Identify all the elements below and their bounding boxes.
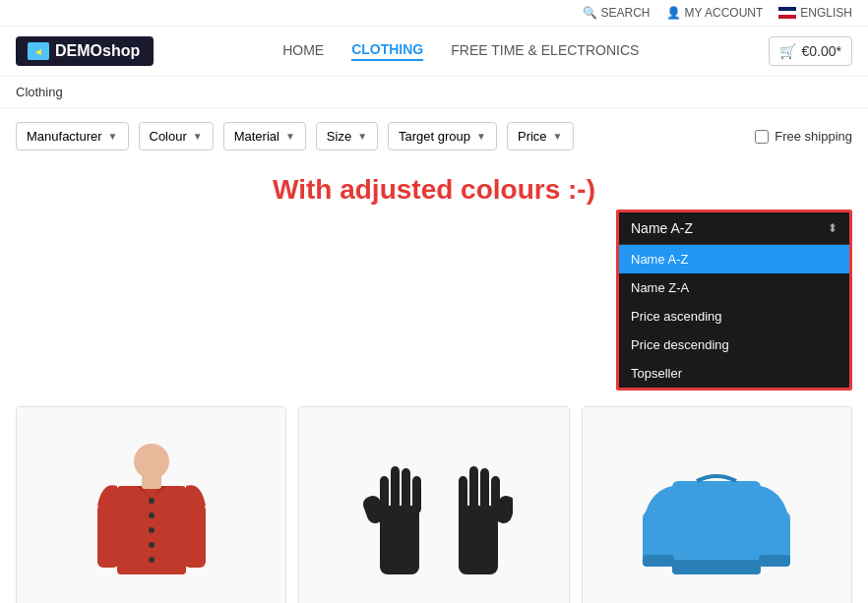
logo[interactable]: DEMOshop bbox=[16, 36, 154, 66]
account-icon: 👤 bbox=[666, 6, 681, 20]
filter-material-label: Material bbox=[234, 129, 279, 144]
svg-point-5 bbox=[149, 557, 155, 563]
search-label: SEARCH bbox=[601, 6, 651, 20]
filter-material[interactable]: Material ▼ bbox=[223, 122, 306, 151]
language-selector[interactable]: ENGLISH bbox=[778, 6, 852, 20]
filter-price[interactable]: Price ▼ bbox=[507, 122, 574, 151]
chevron-down-icon: ▼ bbox=[108, 131, 118, 142]
chevron-down-icon: ▼ bbox=[357, 131, 367, 142]
sort-option-name-za[interactable]: Name Z-A bbox=[619, 273, 849, 302]
filter-price-label: Price bbox=[518, 129, 547, 144]
breadcrumb-text: Clothing bbox=[16, 85, 63, 99]
cart-button[interactable]: 🛒 €0.00* bbox=[769, 36, 852, 66]
nav-home[interactable]: HOME bbox=[282, 42, 324, 60]
free-shipping-filter: Free shipping bbox=[755, 129, 852, 144]
sort-selected-label: Name A-Z bbox=[631, 220, 693, 236]
chevron-down-icon: ▼ bbox=[285, 131, 295, 142]
sort-chevron-icon: ⬍ bbox=[828, 221, 837, 235]
main-nav: HOME CLOTHING FREE TIME & ELECTRONICS bbox=[282, 41, 639, 61]
chevron-down-icon: ▼ bbox=[193, 131, 203, 142]
svg-rect-16 bbox=[459, 506, 498, 574]
product-sweatshirt-svg bbox=[638, 427, 795, 584]
product-card-2: Main product, free shipping with highlig… bbox=[298, 406, 569, 603]
product-image-3 bbox=[583, 407, 851, 603]
products-grid: Main product with properties Size: XL bbox=[0, 400, 868, 603]
filter-manufacturer[interactable]: Manufacturer ▼ bbox=[16, 122, 129, 151]
top-bar: 🔍 SEARCH 👤 MY ACCOUNT ENGLISH bbox=[0, 0, 868, 27]
sort-option-name-az[interactable]: Name A-Z bbox=[619, 245, 849, 273]
free-shipping-label: Free shipping bbox=[775, 129, 852, 144]
product-gloves-svg bbox=[355, 427, 513, 584]
filter-colour-label: Colour bbox=[150, 129, 187, 144]
header: DEMOshop HOME CLOTHING FREE TIME & ELECT… bbox=[0, 27, 868, 77]
cart-icon: 🛒 bbox=[779, 43, 796, 59]
product-jacket-svg bbox=[88, 427, 216, 584]
svg-rect-12 bbox=[391, 466, 400, 513]
sort-option-price-asc[interactable]: Price ascending bbox=[619, 302, 849, 331]
filter-colour[interactable]: Colour ▼ bbox=[139, 122, 214, 151]
svg-point-7 bbox=[134, 444, 169, 479]
language-label: ENGLISH bbox=[800, 6, 852, 20]
svg-rect-19 bbox=[480, 468, 489, 513]
product-card-3: Variant product Colour: Blue | Size: M bbox=[582, 406, 852, 603]
chevron-down-icon: ▼ bbox=[476, 131, 486, 142]
nav-clothing[interactable]: CLOTHING bbox=[351, 41, 423, 61]
account-link[interactable]: 👤 MY ACCOUNT bbox=[666, 6, 764, 20]
sort-option-price-desc[interactable]: Price descending bbox=[619, 331, 849, 359]
filter-target-group-label: Target group bbox=[399, 129, 470, 144]
svg-rect-27 bbox=[759, 555, 790, 567]
svg-point-3 bbox=[149, 527, 155, 533]
svg-rect-25 bbox=[672, 560, 761, 574]
filter-bar: Manufacturer ▼ Colour ▼ Material ▼ Size … bbox=[0, 108, 868, 164]
cart-price: €0.00* bbox=[802, 43, 841, 59]
svg-rect-26 bbox=[643, 555, 674, 567]
sort-option-topseller[interactable]: Topseller bbox=[619, 359, 849, 388]
filter-manufacturer-label: Manufacturer bbox=[27, 129, 102, 144]
flag-icon bbox=[778, 7, 796, 19]
svg-rect-8 bbox=[97, 504, 119, 568]
svg-rect-14 bbox=[412, 476, 421, 513]
chevron-down-icon: ▼ bbox=[553, 131, 563, 142]
annotation-content: With adjusted colours :-) bbox=[273, 174, 595, 205]
svg-rect-9 bbox=[184, 504, 206, 568]
search-icon: 🔍 bbox=[583, 6, 597, 20]
filter-size-label: Size bbox=[327, 129, 351, 144]
annotation-text: With adjusted colours :-) bbox=[0, 164, 868, 210]
product-image-2 bbox=[299, 407, 568, 603]
filter-target-group[interactable]: Target group ▼ bbox=[388, 122, 497, 151]
sort-options-list: Name A-Z Name Z-A Price ascending Price … bbox=[619, 244, 849, 388]
svg-rect-18 bbox=[469, 466, 478, 513]
svg-point-2 bbox=[149, 513, 155, 518]
logo-text: DEMOshop bbox=[55, 42, 140, 60]
search-link[interactable]: 🔍 SEARCH bbox=[583, 6, 651, 20]
svg-point-4 bbox=[149, 542, 155, 548]
svg-rect-17 bbox=[459, 476, 467, 515]
filter-size[interactable]: Size ▼ bbox=[316, 122, 378, 151]
sort-dropdown-wrapper: Name A-Z ⬍ Name A-Z Name Z-A Price ascen… bbox=[616, 210, 852, 391]
breadcrumb: Clothing bbox=[0, 77, 868, 108]
logo-icon bbox=[28, 42, 49, 60]
account-label: MY ACCOUNT bbox=[685, 6, 764, 20]
product-card-1: Main product with properties Size: XL bbox=[16, 406, 286, 603]
svg-point-1 bbox=[149, 498, 155, 504]
svg-rect-10 bbox=[380, 506, 419, 574]
nav-freetime[interactable]: FREE TIME & ELECTRONICS bbox=[451, 42, 639, 60]
header-right: 🛒 €0.00* bbox=[769, 36, 852, 66]
sort-area: Name A-Z ⬍ Name A-Z Name Z-A Price ascen… bbox=[0, 210, 868, 400]
free-shipping-checkbox[interactable] bbox=[755, 130, 769, 144]
svg-rect-13 bbox=[402, 468, 410, 513]
sort-selected[interactable]: Name A-Z ⬍ bbox=[619, 212, 849, 244]
product-image-1 bbox=[17, 407, 285, 603]
